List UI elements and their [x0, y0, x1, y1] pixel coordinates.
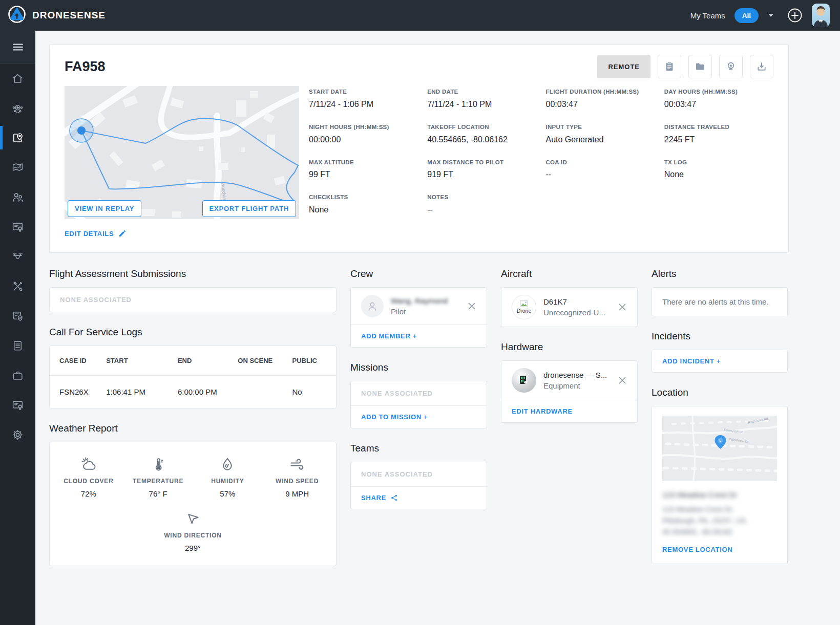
- sidebar-item-inventory[interactable]: [0, 360, 35, 390]
- sidebar-item-personnel[interactable]: [0, 182, 35, 212]
- field-night-hours: NIGHT HOURS (HH:MM:SS)00:00:00: [309, 123, 418, 144]
- export-flight-path-button[interactable]: EXPORT FLIGHT PATH: [202, 200, 296, 217]
- sidebar-item-reports[interactable]: [0, 331, 35, 360]
- user-avatar[interactable]: [812, 4, 830, 27]
- crew-section: Crew Wang, Raymond Pilot: [350, 268, 487, 348]
- flight-assessments-title: Flight Assessment Submissions: [49, 268, 337, 279]
- crew-member-name: Wang, Raymond: [391, 296, 448, 305]
- remote-button[interactable]: REMOTE: [597, 55, 650, 78]
- flight-details-grid: START DATE7/11/24 - 1:06 PM END DATE7/11…: [309, 86, 773, 219]
- teams-filter-pill[interactable]: All: [734, 8, 759, 23]
- view-in-replay-button[interactable]: VIEW IN REPLAY: [68, 200, 141, 217]
- certify-button[interactable]: [719, 55, 743, 78]
- crew-member-row: Wang, Raymond Pilot: [351, 288, 487, 325]
- home-icon: [11, 72, 24, 85]
- flight-assessments-empty: NONE ASSOCIATED: [50, 288, 336, 312]
- dronesense-logo[interactable]: DRONESENSE: [7, 4, 106, 27]
- column-3: Aircraft Drone D61K7: [501, 268, 638, 437]
- menu-toggle-button[interactable]: [0, 31, 35, 63]
- sidebar-item-training[interactable]: [0, 390, 35, 420]
- gear-icon: [11, 428, 24, 441]
- add-plus-icon[interactable]: [787, 8, 803, 23]
- add-incident-link[interactable]: ADD INCIDENT +: [652, 350, 787, 372]
- briefcase-icon: [11, 369, 24, 382]
- metric-wind-direction: WIND DIRECTION 299°: [54, 509, 332, 552]
- humidity-icon: [193, 455, 263, 473]
- col-start: START: [104, 346, 176, 376]
- field-coa-id: COA ID--: [546, 158, 655, 180]
- col-end: END: [176, 346, 236, 376]
- teams-dropdown-caret-icon[interactable]: [768, 13, 774, 17]
- field-max-altitude: MAX ALTITUDE99 FT: [309, 158, 418, 180]
- flights-map-pin-icon: [11, 132, 24, 144]
- field-input-type: INPUT TYPEAuto Generated: [546, 123, 655, 144]
- sidebar-item-mission-planning[interactable]: [0, 153, 35, 182]
- sidebar-item-aircraft[interactable]: [0, 242, 35, 271]
- takeoff-dot: [77, 126, 86, 135]
- col-public: PUBLIC: [290, 346, 336, 376]
- aircraft-thumbnail: Drone: [512, 295, 536, 319]
- alerts-title: Alerts: [652, 268, 788, 279]
- call-logs-table: CASE ID START END ON SCENE PUBLIC FSN26X…: [50, 346, 336, 408]
- hardware-title: Hardware: [501, 341, 638, 353]
- checklist-button[interactable]: [658, 55, 681, 78]
- col-on-scene: ON SCENE: [236, 346, 290, 376]
- field-notes: NOTES--: [427, 193, 536, 214]
- hardware-section: Hardware: [501, 341, 638, 423]
- call-for-service-section: Call For Service Logs CASE ID START END …: [49, 327, 337, 408]
- field-flight-duration: FLIGHT DURATION (HH:MM:SS)00:03:47: [546, 88, 655, 109]
- aircraft-subtitle: Unrecognized-U...: [543, 308, 605, 317]
- edit-details-link[interactable]: EDIT DETAILS: [65, 229, 127, 238]
- sidebar-item-equipment[interactable]: [0, 271, 35, 301]
- files-button[interactable]: [688, 55, 712, 78]
- add-to-mission-link[interactable]: ADD TO MISSION +: [351, 405, 487, 428]
- weather-report-section: Weather Report CLOUD COVER: [49, 423, 337, 566]
- hardware-row: dronesense — S... Equipment: [501, 361, 637, 400]
- aircraft-row: Drone D61K7 Unrecognized-U...: [501, 288, 637, 327]
- location-address-details: 123 Meadow Crest Dr, Pittsburgh, PA, 152…: [662, 504, 777, 537]
- broken-image-icon: [520, 300, 528, 307]
- call-log-row[interactable]: FSN26X 1:06:41 PM 6:00:00 PM No: [50, 375, 336, 408]
- hardware-name: dronesense — S...: [543, 371, 607, 379]
- flight-assessment-section: Flight Assessment Submissions NONE ASSOC…: [49, 268, 337, 312]
- share-link[interactable]: SHARE: [351, 486, 487, 509]
- hardware-thumbnail: [512, 368, 536, 393]
- teams-empty: NONE ASSOCIATED: [351, 462, 487, 486]
- sidebar-item-compliance[interactable]: [0, 301, 35, 331]
- edit-hardware-link[interactable]: EDIT HARDWARE: [501, 400, 637, 422]
- sidebar-item-home[interactable]: [0, 63, 35, 93]
- field-checklists: CHECKLISTSNone: [309, 193, 418, 214]
- weather-title: Weather Report: [49, 423, 337, 434]
- sidebar-item-certifications[interactable]: [0, 212, 35, 242]
- download-button[interactable]: [750, 55, 773, 78]
- remove-aircraft-icon[interactable]: [618, 303, 627, 312]
- metric-cloud-cover: CLOUD COVER 72%: [54, 455, 123, 498]
- operations-icon: [11, 102, 24, 115]
- incidents-section: Incidents ADD INCIDENT +: [652, 331, 788, 373]
- flight-path-map: Woodview Dr VIEW IN REPLAY EXPORT FLIGHT…: [65, 86, 299, 219]
- add-member-link[interactable]: ADD MEMBER +: [351, 325, 487, 347]
- field-end-date: END DATE7/11/24 - 1:10 PM: [427, 88, 536, 109]
- temperature-icon: [123, 455, 193, 473]
- cloud-cover-icon: [54, 455, 123, 473]
- hamburger-icon: [11, 40, 25, 54]
- teams-section: Teams NONE ASSOCIATED SHARE: [350, 443, 487, 509]
- sidebar-item-operations[interactable]: [0, 93, 35, 123]
- sidebar-item-settings[interactable]: [0, 420, 35, 449]
- column-2: Crew Wang, Raymond Pilot: [350, 268, 487, 524]
- my-teams-label: My Teams: [690, 11, 725, 20]
- column-4: Alerts There are no alerts at this time.…: [652, 268, 788, 579]
- remove-location-link[interactable]: REMOVE LOCATION: [662, 546, 777, 553]
- main-content: FA958 REMOTE: [35, 31, 840, 601]
- sidebar: [0, 31, 35, 625]
- document-icon: [11, 339, 24, 352]
- remove-crew-member-icon[interactable]: [467, 301, 476, 311]
- call-logs-title: Call For Service Logs: [49, 327, 337, 338]
- tools-icon: [11, 280, 24, 293]
- wind-direction-icon: [54, 509, 332, 528]
- hardware-subtitle: Equipment: [543, 381, 607, 390]
- remove-hardware-icon[interactable]: [618, 376, 627, 385]
- field-tx-log: TX LOGNone: [664, 158, 773, 180]
- sidebar-item-flights[interactable]: [0, 123, 35, 153]
- column-1: Flight Assessment Submissions NONE ASSOC…: [49, 268, 337, 580]
